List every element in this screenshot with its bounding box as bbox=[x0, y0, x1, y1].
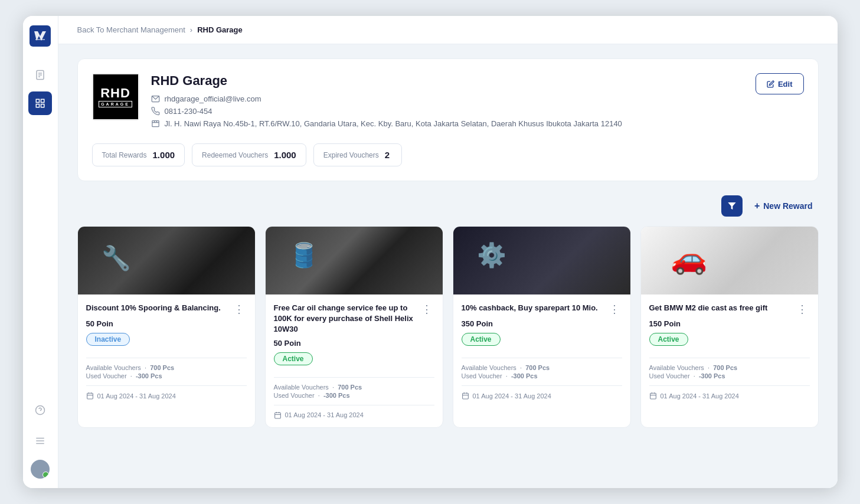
calendar-icon-3 bbox=[462, 392, 469, 400]
filter-icon bbox=[727, 201, 737, 211]
card-points-2: 50 Poin bbox=[274, 339, 434, 348]
new-reward-button[interactable]: + New Reward bbox=[748, 197, 819, 215]
card-date-3: 01 Aug 2024 - 31 Aug 2024 bbox=[462, 392, 622, 400]
card-date-1: 01 Aug 2024 - 31 Aug 2024 bbox=[86, 392, 247, 400]
card-used-4: Used Voucher · -300 Pcs bbox=[649, 372, 810, 379]
reward-card-3: 10% cashback, Buy sparepart 10 Mio. ⋮ 35… bbox=[453, 226, 631, 428]
sidebar bbox=[23, 16, 58, 488]
logo-garage-text: GARAGE bbox=[99, 101, 132, 107]
svg-rect-28 bbox=[462, 393, 468, 399]
card-divider-3 bbox=[462, 358, 622, 358]
svg-marker-19 bbox=[728, 202, 735, 210]
card-used-1: Used Voucher · -300 Pcs bbox=[86, 372, 247, 379]
stats-row: Total Rewards 1.000 Redeemed Vouchers 1.… bbox=[92, 143, 804, 166]
card-divider-1 bbox=[86, 358, 247, 358]
merchant-address: Jl. H. Nawi Raya No.45b-1, RT.6/RW.10, G… bbox=[165, 119, 622, 128]
sidebar-item-list[interactable] bbox=[28, 429, 52, 453]
email-icon bbox=[151, 94, 160, 103]
card-available-3: Available Vouchers · 700 Pcs bbox=[462, 364, 622, 371]
card-divider2-4 bbox=[649, 385, 810, 386]
phone-icon bbox=[151, 107, 160, 116]
cards-grid: Discount 10% Spooring & Balancing. ⋮ 50 … bbox=[77, 226, 819, 428]
main-content: Back To Merchant Management › RHD Garage… bbox=[58, 16, 838, 488]
expired-label: Expired Vouchers bbox=[323, 151, 379, 159]
merchant-card: RHD GARAGE RHD Garage rhdgarage_official… bbox=[77, 58, 819, 181]
card-menu-2[interactable]: ⋮ bbox=[419, 303, 434, 316]
card-divider-2 bbox=[274, 377, 434, 378]
total-rewards-label: Total Rewards bbox=[102, 151, 147, 159]
status-badge-2: Active bbox=[274, 352, 313, 365]
stat-redeemed: Redeemed Vouchers 1.000 bbox=[192, 143, 306, 166]
card-image-4 bbox=[641, 227, 818, 294]
avatar[interactable] bbox=[31, 460, 50, 479]
reward-card-1: Discount 10% Spooring & Balancing. ⋮ 50 … bbox=[77, 226, 256, 428]
calendar-icon-1 bbox=[86, 392, 94, 400]
breadcrumb-back[interactable]: Back To Merchant Management bbox=[77, 25, 185, 34]
card-title-1: Discount 10% Spooring & Balancing. bbox=[86, 303, 231, 313]
card-menu-4[interactable]: ⋮ bbox=[794, 303, 810, 316]
app-logo bbox=[30, 25, 51, 49]
address-icon bbox=[151, 119, 160, 128]
plus-icon: + bbox=[754, 201, 760, 211]
merchant-phone-row: 0811-230-454 bbox=[151, 107, 744, 116]
card-body-4: Get BMW M2 die cast as free gift ⋮ 150 P… bbox=[641, 294, 818, 408]
filter-button[interactable] bbox=[721, 195, 743, 217]
stat-total-rewards: Total Rewards 1.000 bbox=[92, 143, 185, 166]
merchant-email: rhdgarage_official@live.com bbox=[165, 94, 261, 103]
card-available-2: Available Vouchers · 700 Pcs bbox=[274, 384, 434, 391]
card-used-2: Used Voucher · -300 Pcs bbox=[274, 392, 434, 399]
content-area: RHD GARAGE RHD Garage rhdgarage_official… bbox=[58, 44, 838, 488]
total-rewards-value: 1.000 bbox=[153, 150, 175, 160]
sidebar-item-grid[interactable] bbox=[28, 91, 52, 115]
merchant-logo: RHD GARAGE bbox=[92, 73, 139, 120]
edit-icon bbox=[767, 80, 774, 88]
card-divider2-1 bbox=[86, 385, 247, 386]
sidebar-bottom bbox=[28, 398, 52, 479]
card-date-text-3: 01 Aug 2024 - 31 Aug 2024 bbox=[473, 392, 551, 400]
card-menu-1[interactable]: ⋮ bbox=[231, 303, 247, 316]
status-badge-3: Active bbox=[462, 333, 501, 346]
merchant-address-row: Jl. H. Nawi Raya No.45b-1, RT.6/RW.10, G… bbox=[151, 119, 744, 128]
card-menu-3[interactable]: ⋮ bbox=[607, 303, 622, 316]
logo-rhd-text: RHD bbox=[100, 87, 130, 100]
merchant-header: RHD GARAGE RHD Garage rhdgarage_official… bbox=[92, 73, 804, 132]
merchant-email-row: rhdgarage_official@live.com bbox=[151, 94, 744, 103]
card-title-row-3: 10% cashback, Buy sparepart 10 Mio. ⋮ bbox=[462, 303, 622, 316]
card-image-1 bbox=[78, 227, 255, 294]
calendar-icon-4 bbox=[649, 392, 657, 400]
reward-card-2: Free Car oil change service fee up to 10… bbox=[265, 226, 443, 428]
rewards-toolbar: + New Reward bbox=[77, 195, 819, 217]
svg-rect-5 bbox=[36, 99, 39, 102]
edit-button[interactable]: Edit bbox=[756, 73, 804, 94]
merchant-phone: 0811-230-454 bbox=[165, 107, 212, 116]
redeemed-label: Redeemed Vouchers bbox=[202, 151, 268, 159]
svg-rect-20 bbox=[87, 393, 93, 399]
sidebar-item-help[interactable] bbox=[28, 398, 52, 422]
card-body-3: 10% cashback, Buy sparepart 10 Mio. ⋮ 35… bbox=[453, 294, 630, 408]
card-available-4: Available Vouchers · 700 Pcs bbox=[649, 364, 810, 371]
card-body-1: Discount 10% Spooring & Balancing. ⋮ 50 … bbox=[78, 294, 255, 408]
merchant-name: RHD Garage bbox=[151, 73, 744, 89]
card-title-row-2: Free Car oil change service fee up to 10… bbox=[274, 303, 434, 335]
card-date-text-4: 01 Aug 2024 - 31 Aug 2024 bbox=[660, 392, 739, 400]
card-points-3: 350 Poin bbox=[462, 319, 622, 328]
merchant-info: RHD Garage rhdgarage_official@live.com bbox=[151, 73, 744, 132]
card-title-2: Free Car oil change service fee up to 10… bbox=[274, 303, 419, 335]
topbar: Back To Merchant Management › RHD Garage bbox=[58, 16, 838, 44]
card-divider-4 bbox=[649, 358, 810, 358]
card-used-3: Used Voucher · -300 Pcs bbox=[462, 372, 622, 379]
card-points-1: 50 Poin bbox=[86, 319, 247, 328]
redeemed-value: 1.000 bbox=[274, 150, 296, 160]
card-title-row-1: Discount 10% Spooring & Balancing. ⋮ bbox=[86, 303, 247, 316]
card-points-4: 150 Poin bbox=[649, 319, 810, 328]
card-date-2: 01 Aug 2024 - 31 Aug 2024 bbox=[274, 411, 434, 419]
card-title-row-4: Get BMW M2 die cast as free gift ⋮ bbox=[649, 303, 810, 316]
svg-rect-15 bbox=[152, 121, 158, 127]
card-image-2 bbox=[266, 227, 443, 294]
reward-card-4: Get BMW M2 die cast as free gift ⋮ 150 P… bbox=[640, 226, 819, 428]
card-available-1: Available Vouchers · 700 Pcs bbox=[86, 364, 247, 371]
sidebar-item-document[interactable] bbox=[28, 63, 52, 87]
breadcrumb-current: RHD Garage bbox=[197, 25, 243, 34]
card-title-4: Get BMW M2 die cast as free gift bbox=[649, 303, 794, 313]
card-body-2: Free Car oil change service fee up to 10… bbox=[266, 294, 443, 427]
